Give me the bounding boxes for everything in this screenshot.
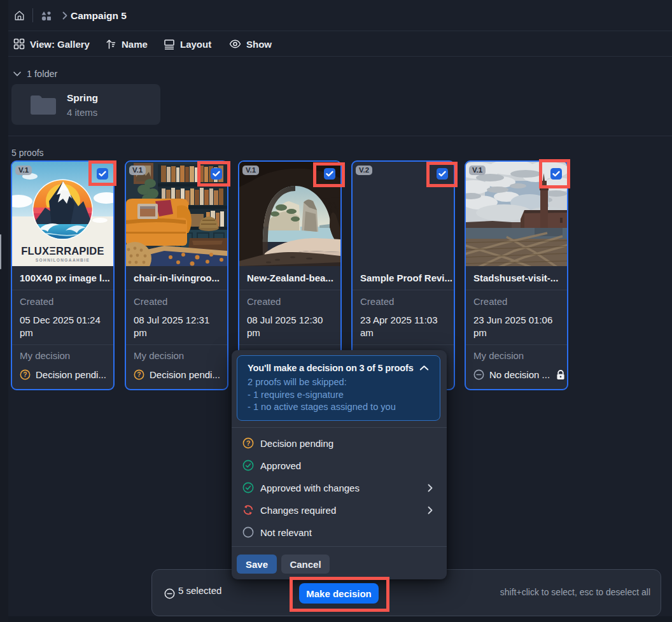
svg-text:?: ?	[246, 439, 251, 447]
svg-text:?: ?	[23, 371, 27, 378]
svg-text:SOHNILONGAAHBIE: SOHNILONGAAHBIE	[36, 258, 90, 262]
svg-text:FLUXΞRRAPIDE: FLUXΞRRAPIDE	[21, 245, 104, 257]
svg-text:?: ?	[137, 371, 141, 378]
